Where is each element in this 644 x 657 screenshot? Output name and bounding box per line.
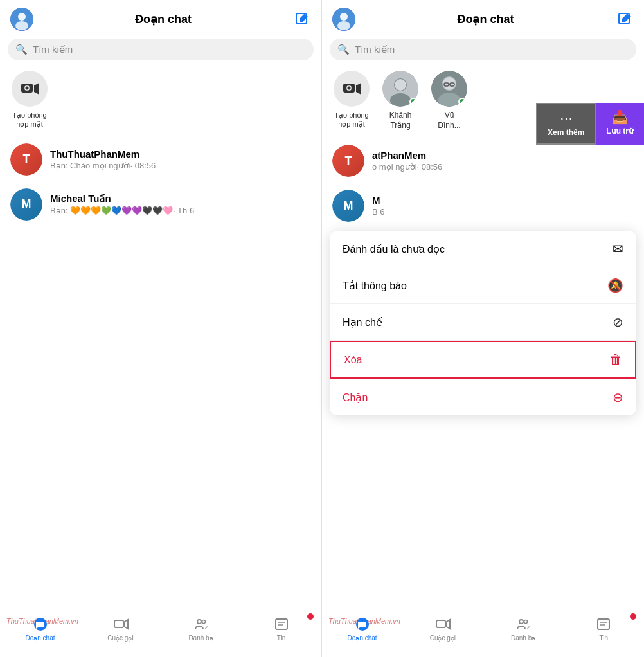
chat-list-right: T atPhanMem o mọi người· 08:56 M M B 6 ⋯… <box>322 138 644 228</box>
luu-tru-button[interactable]: 📥 Lưu trữ <box>596 103 644 145</box>
online-dot-khanh <box>409 98 417 105</box>
create-room-icon <box>12 71 48 107</box>
svg-point-14 <box>197 620 201 624</box>
tin-badge-right <box>630 613 636 620</box>
nav-label-tin-left: Tin <box>277 634 286 642</box>
right-header: Đoạn chat <box>322 0 644 36</box>
nav-cuoc-goi-right[interactable]: Cuộc gọi <box>402 613 483 644</box>
nav-doan-chat-right[interactable]: Đoạn chat <box>322 613 402 644</box>
news-icon-left <box>273 616 290 633</box>
story-khanh-trang[interactable]: KhánhTrắng <box>381 71 420 130</box>
chat-list: T ThuThuatPhanMem Bạn: Chào mọi người· 0… <box>0 137 321 608</box>
nav-cuoc-goi-left[interactable]: Cuộc gọi <box>80 613 161 644</box>
chat-item-2[interactable]: M Micheal Tuấn Bạn: 🧡🧡🧡💚💙💜💜🖤🖤🩷· Th 6 <box>0 182 321 227</box>
chat-name-right-1: atPhanMem <box>372 150 634 161</box>
search-placeholder: Tìm kiếm <box>33 44 73 55</box>
delete-label: Xóa <box>344 354 362 366</box>
right-bottom-nav: Đoạn chat Cuộc gọi Danh bạ <box>322 608 644 657</box>
luu-tru-label: Lưu trữ <box>606 127 634 136</box>
compose-button[interactable] <box>293 10 311 28</box>
story-vu-dinh[interactable]: VũĐình... <box>430 71 469 130</box>
people-icon-left <box>193 616 210 633</box>
mark-unread-item[interactable]: Đánh dấu là chưa đọc ✉ <box>330 231 636 267</box>
spacer <box>322 415 644 608</box>
create-room-item-right[interactable]: Tạo phònghọp mặt <box>332 71 371 129</box>
search-bar[interactable]: 🔍 Tìm kiếm <box>8 39 314 60</box>
chat-item-right-1[interactable]: T atPhanMem o mọi người· 08:56 <box>322 138 644 183</box>
svg-rect-41 <box>436 620 445 627</box>
nav-label-people-right: Danh bạ <box>511 634 535 642</box>
chat-name-2: Micheal Tuấn <box>50 193 311 204</box>
chat-item-1[interactable]: T ThuThuatPhanMem Bạn: Chào mọi người· 0… <box>0 137 321 182</box>
restrict-item[interactable]: Hạn chế ⊘ <box>330 304 636 341</box>
tin-badge-left <box>307 613 314 620</box>
svg-marker-24 <box>356 83 361 94</box>
online-dot-vu <box>458 98 466 105</box>
svg-point-15 <box>202 620 205 624</box>
nav-danh-ba-right[interactable]: Danh bạ <box>483 613 564 644</box>
chat-info-right-2: M B 6 <box>372 195 634 217</box>
chat-preview-2: Bạn: 🧡🧡🧡💚💙💜💜🖤🖤🩷· Th 6 <box>50 206 311 215</box>
block-item[interactable]: Chặn ⊖ <box>330 379 636 415</box>
context-menu: Đánh dấu là chưa đọc ✉ Tắt thông báo 🔕 H… <box>330 231 636 415</box>
left-panel: Đoạn chat 🔍 Tìm kiếm <box>0 0 322 657</box>
svg-rect-16 <box>276 619 287 629</box>
svg-point-2 <box>15 21 28 30</box>
search-icon-right: 🔍 <box>337 44 350 55</box>
svg-marker-5 <box>34 83 39 94</box>
right-panel: Đoạn chat 🔍 Tìm kiếm <box>322 0 644 657</box>
nav-doan-chat-left[interactable]: Đoạn chat <box>0 613 80 644</box>
nav-tin-right[interactable]: Tin <box>564 613 644 644</box>
svg-rect-28 <box>347 88 352 89</box>
search-bar-right[interactable]: 🔍 Tìm kiếm <box>330 39 636 60</box>
nav-label-chat-left: Đoạn chat <box>25 634 55 642</box>
mute-item[interactable]: Tắt thông báo 🔕 <box>330 267 636 304</box>
nav-label-video-right: Cuộc gọi <box>430 634 456 642</box>
nav-label-tin-right: Tin <box>600 634 609 642</box>
svg-point-20 <box>340 13 348 21</box>
svg-point-31 <box>390 93 411 107</box>
stories-row: Tạo phònghọp mặt <box>0 66 321 137</box>
svg-point-32 <box>395 79 406 91</box>
svg-rect-9 <box>25 88 30 89</box>
svg-marker-13 <box>125 620 128 629</box>
left-header: Đoạn chat <box>0 0 321 36</box>
create-room-icon-right <box>334 71 370 107</box>
page-title: Đoạn chat <box>135 12 192 26</box>
svg-point-21 <box>337 21 350 30</box>
label-khanh-trang: KhánhTrắng <box>389 111 412 130</box>
nav-tin-left[interactable]: Tin <box>241 613 321 644</box>
chat-preview-right-2: B 6 <box>372 207 634 217</box>
video-icon-left <box>112 616 129 633</box>
avatar-vu-dinh <box>431 71 467 107</box>
xem-them-button[interactable]: ⋯ Xem thêm <box>536 103 596 145</box>
profile-avatar[interactable] <box>10 8 33 31</box>
block-icon: ⊖ <box>613 390 623 405</box>
create-room-label: Tạo phònghọp mặt <box>12 111 46 129</box>
delete-item[interactable]: Xóa 🗑 <box>330 341 636 379</box>
compose-button-right[interactable] <box>616 10 634 28</box>
profile-avatar-right[interactable] <box>332 8 355 31</box>
news-icon-right <box>595 616 612 633</box>
nav-label-chat-right: Đoạn chat <box>348 634 377 642</box>
create-room-item[interactable]: Tạo phònghọp mặt <box>10 71 49 129</box>
label-vu-dinh: VũĐình... <box>438 111 460 130</box>
chat-name-1: ThuThuatPhanMem <box>50 148 311 159</box>
chat-preview-right-1: o mọi người· 08:56 <box>372 162 634 172</box>
search-icon: 🔍 <box>15 44 28 55</box>
svg-rect-12 <box>114 620 123 627</box>
svg-rect-45 <box>598 619 609 629</box>
chat-icon-left <box>32 616 49 633</box>
delete-icon: 🗑 <box>609 352 622 367</box>
block-label: Chặn <box>343 392 368 404</box>
chat-item-right-2[interactable]: M M B 6 <box>322 183 644 228</box>
create-room-label-right: Tạo phònghọp mặt <box>334 111 368 129</box>
svg-marker-42 <box>447 620 450 629</box>
svg-point-44 <box>524 620 528 624</box>
chat-avatar-right-2: M <box>332 190 364 222</box>
restrict-label: Hạn chế <box>343 316 382 328</box>
nav-danh-ba-left[interactable]: Danh bạ <box>161 613 241 644</box>
chat-avatar-right-1: T <box>332 145 364 177</box>
chat-avatar-1: T <box>10 143 42 176</box>
mark-unread-label: Đánh dấu là chưa đọc <box>343 243 445 255</box>
